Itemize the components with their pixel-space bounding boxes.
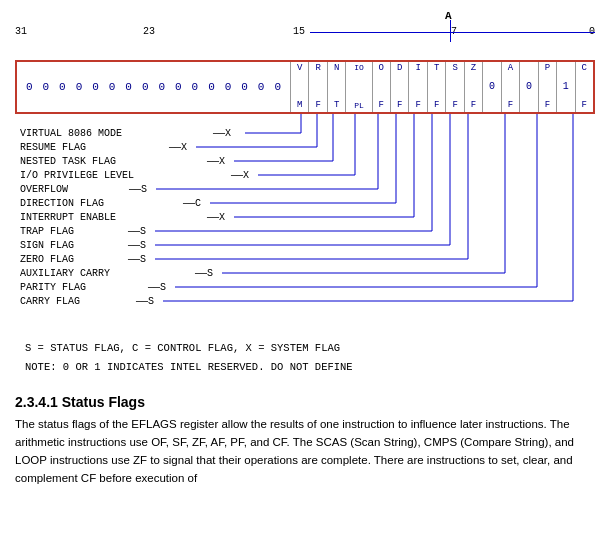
bit-31: 31 — [15, 26, 27, 37]
flag-nt: N T — [328, 62, 346, 112]
flags-diagram: A 31 23 15 7 0 0 0 0 0 0 0 0 0 0 0 0 0 0… — [15, 10, 595, 374]
svg-text:——X: ——X — [230, 170, 249, 181]
flag-rf: R F — [309, 62, 327, 112]
label-sf: SIGN FLAG — [20, 240, 74, 251]
flag-res3: 1 — [557, 62, 575, 112]
svg-text:——S: ——S — [135, 296, 154, 307]
flag-cells: V M R F N T IO PL — [291, 62, 593, 112]
flag-sf: S F — [446, 62, 464, 112]
label-af: AUXILIARY CARRY — [20, 268, 110, 279]
notes-section: S = STATUS FLAG, C = CONTROL FLAG, X = S… — [25, 341, 595, 374]
label-rf: RESUME FLAG — [20, 142, 86, 153]
label-df: DIRECTION FLAG — [20, 198, 104, 209]
legend-line1: S = STATUS FLAG, C = CONTROL FLAG, X = S… — [25, 341, 595, 356]
label-carry: CARRY FLAG — [20, 296, 80, 307]
flag-res2: 0 — [520, 62, 538, 112]
zero-bits: 0 0 0 0 0 0 0 0 0 0 0 0 0 0 0 0 — [17, 62, 291, 112]
flag-of: O F — [373, 62, 391, 112]
section-body: The status flags of the EFLAGS register … — [15, 416, 592, 487]
svg-text:——S: ——S — [147, 282, 166, 293]
svg-text:——S: ——S — [194, 268, 213, 279]
register-box: 0 0 0 0 0 0 0 0 0 0 0 0 0 0 0 0 V M — [15, 60, 595, 114]
svg-text:——X: ——X — [212, 128, 231, 139]
label-iopl: I/O PRIVILEGE LEVEL — [20, 170, 134, 181]
flag-iopl: IO PL — [346, 62, 372, 112]
label-vm: VIRTUAL 8086 MODE — [20, 128, 122, 139]
label-if: INTERRUPT ENABLE — [20, 212, 116, 223]
svg-text:——S: ——S — [127, 240, 146, 251]
bit-15: 15 — [293, 26, 305, 37]
svg-text:——X: ——X — [168, 142, 187, 153]
label-of: OVERFLOW — [20, 184, 68, 195]
flag-cf: C F — [576, 62, 593, 112]
bit-23: 23 — [143, 26, 155, 37]
flag-res1: 0 — [483, 62, 501, 112]
label-zf: ZERO FLAG — [20, 254, 74, 265]
svg-text:——S: ——S — [128, 184, 147, 195]
flag-vm: V M — [291, 62, 309, 112]
section-heading: 2.3.4.1 Status Flags — [15, 394, 592, 410]
flag-pf: P F — [539, 62, 557, 112]
label-pf: PARITY FLAG — [20, 282, 86, 293]
flag-tf: T F — [428, 62, 446, 112]
svg-text:——S: ——S — [127, 226, 146, 237]
flag-df: D F — [391, 62, 409, 112]
flag-zf: Z F — [465, 62, 483, 112]
label-nt: NESTED TASK FLAG — [20, 156, 116, 167]
flag-af: A F — [502, 62, 520, 112]
label-tf: TRAP FLAG — [20, 226, 74, 237]
flag-if: I F — [409, 62, 427, 112]
svg-text:——C: ——C — [182, 198, 201, 209]
svg-text:——S: ——S — [127, 254, 146, 265]
svg-text:——X: ——X — [206, 212, 225, 223]
connector-svg: VIRTUAL 8086 MODE ——X RESUME FLAG ——X NE… — [15, 114, 595, 329]
svg-text:——X: ——X — [206, 156, 225, 167]
legend-line2: NOTE: 0 OR 1 INDICATES INTEL RESERVED. D… — [25, 360, 595, 375]
